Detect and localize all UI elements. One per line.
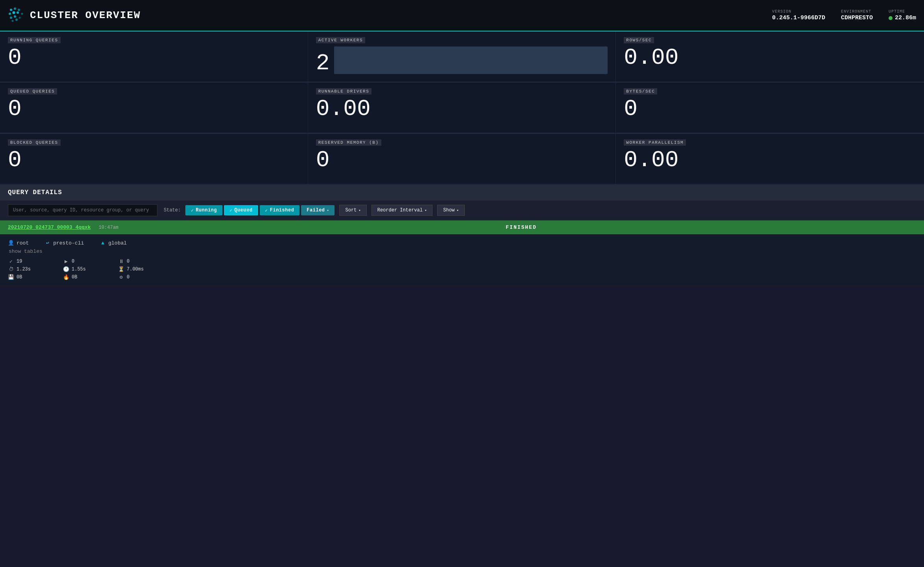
metric-bar (616, 184, 924, 185)
splits-check-icon: ✓ (8, 258, 14, 265)
active-workers-inner: 2 (316, 46, 608, 79)
uptime-label: UPTIME (889, 9, 916, 14)
hourglass-icon: ⏱ (8, 267, 14, 272)
metric-label: BLOCKED QUERIES (8, 139, 61, 146)
cpu-time-value: 1.55s (72, 267, 86, 272)
metric-label: ACTIVE WORKERS (316, 37, 365, 43)
metric-bar (0, 82, 308, 82)
uptime-value: 22.86m (889, 15, 916, 21)
header-logo: CLUSTER OVERVIEW (8, 7, 772, 24)
sort-button[interactable]: Sort ▾ (339, 205, 366, 216)
metric-value: 0.00 (316, 98, 608, 120)
rows-stat: ⚙ 0 (118, 274, 173, 280)
svg-point-6 (21, 13, 23, 15)
group-icon: ▲ (100, 240, 106, 246)
metric-cell-runnable-drivers: RUNNABLE DRIVERS 0.00 (308, 83, 616, 134)
svg-point-11 (15, 19, 18, 21)
splits-blocked-stat: ⏸ 0 (118, 258, 173, 265)
metric-value: 0 (8, 149, 300, 172)
play-icon: ▶ (63, 258, 69, 265)
svg-point-2 (18, 9, 20, 11)
cpu-time-stat: 🕐 1.55s (63, 266, 118, 272)
search-input[interactable] (8, 204, 157, 216)
rows-icon: ⚙ (118, 274, 124, 280)
logo-icon (8, 7, 25, 24)
query-id-link[interactable]: 20210720_024737_00003_4qqxk (8, 224, 91, 230)
svg-point-0 (10, 9, 12, 11)
uptime-info: UPTIME 22.86m (889, 9, 916, 21)
query-stats: ✓ 19 ▶ 0 ⏸ 0 ⏱ 1.23s 🕐 1.55s (8, 258, 916, 280)
state-finished-button[interactable]: ✓ Finished (260, 205, 300, 215)
splits-running-stat: ▶ 0 (63, 258, 118, 265)
splits-completed-value: 19 (17, 259, 22, 264)
metric-cell-queued-queries: QUEUED QUERIES 0 (0, 83, 308, 134)
environment-info: ENVIRONMENT CDHPRESTO (841, 9, 873, 21)
query-meta-row: 👤 root ↩ presto-cli ▲ global (8, 240, 916, 246)
state-running-button[interactable]: ✓ Running (185, 205, 222, 215)
environment-label: ENVIRONMENT (841, 9, 873, 14)
metric-value: 2 (316, 52, 330, 75)
query-toolbar: State: ✓ Running ✓ Queued ✓ Finished Fai… (0, 200, 924, 220)
chevron-down-icon: ▾ (327, 208, 329, 213)
metric-label: RUNNING QUERIES (8, 37, 61, 43)
query-user: 👤 root (8, 240, 29, 246)
environment-value: CDHPRESTO (841, 15, 873, 21)
svg-point-3 (9, 13, 11, 15)
metric-cell-worker-parallelism: WORKER PARALLELISM 0.00 (616, 134, 924, 185)
metric-label: BYTES/SEC (624, 88, 657, 94)
wall-time-stat: ⏱ 1.23s (8, 266, 63, 272)
svg-point-1 (14, 7, 16, 10)
metric-value: 0 (8, 46, 300, 69)
state-queued-button[interactable]: ✓ Queued (224, 205, 258, 215)
check-icon-3: ✓ (265, 208, 268, 213)
svg-point-5 (17, 11, 19, 14)
metric-label: RESERVED MEMORY (B) (316, 139, 381, 146)
metric-cell-running-queries: RUNNING QUERIES 0 (0, 32, 308, 83)
clock-icon: 🕐 (63, 266, 69, 272)
state-failed-button[interactable]: Failed ▾ (301, 205, 334, 215)
query-section: QUERY DETAILS State: ✓ Running ✓ Queued … (0, 185, 924, 286)
input-data-stat: 💾 0B (8, 274, 63, 280)
output-data-stat: 🔥 0B (63, 274, 118, 280)
header-meta: VERSION 0.245.1-9966D7D ENVIRONMENT CDHP… (772, 9, 916, 21)
query-group: ▲ global (100, 240, 127, 246)
metric-cell-reserved-memory: RESERVED MEMORY (B) 0 (308, 134, 616, 185)
rows-value: 0 (127, 274, 129, 280)
metric-label: WORKER PARALLELISM (624, 139, 686, 146)
scheduled-time-stat: ⏳ 7.00ms (118, 266, 173, 272)
scheduled-time-value: 7.00ms (127, 267, 144, 272)
metric-value: 0.00 (624, 149, 916, 172)
metric-bar (616, 82, 924, 82)
svg-point-8 (14, 15, 16, 18)
metrics-grid: RUNNING QUERIES 0 ACTIVE WORKERS 2 ROWS/… (0, 32, 924, 185)
metric-cell-rows-sec: ROWS/SEC 0.00 (616, 32, 924, 83)
metric-value: 0 (316, 149, 608, 172)
metric-cell-active-workers: ACTIVE WORKERS 2 (308, 32, 616, 83)
uptime-indicator (889, 16, 893, 20)
output-data-value: 0B (72, 274, 77, 280)
net-icon: 🔥 (63, 274, 69, 280)
show-button[interactable]: Show ▾ (437, 205, 464, 216)
metric-cell-bytes-sec: BYTES/SEC 0 (616, 83, 924, 134)
metric-value: 0.00 (624, 46, 916, 69)
query-text: show tables (8, 248, 916, 254)
cpu-icon: ⏳ (118, 266, 124, 272)
app-title: CLUSTER OVERVIEW (30, 9, 141, 21)
wall-time-value: 1.23s (17, 267, 31, 272)
worker-chart (334, 46, 608, 74)
metric-bar (308, 133, 616, 133)
svg-point-10 (12, 20, 14, 22)
metric-label: ROWS/SEC (624, 37, 654, 43)
metric-bar (308, 82, 616, 82)
reorder-interval-button[interactable]: Reorder Interval ▾ (371, 205, 433, 216)
query-time: 10:47am (99, 225, 118, 230)
user-icon: 👤 (8, 240, 14, 246)
header: CLUSTER OVERVIEW VERSION 0.245.1-9966D7D… (0, 0, 924, 32)
query-row: 20210720_024737_00003_4qqxk 10:47am FINI… (0, 220, 924, 286)
svg-point-9 (19, 17, 21, 19)
svg-point-4 (13, 11, 15, 14)
splits-completed-stat: ✓ 19 (8, 258, 63, 265)
metric-bar (0, 133, 308, 133)
metric-bar (616, 133, 924, 133)
metric-bar (0, 184, 308, 185)
